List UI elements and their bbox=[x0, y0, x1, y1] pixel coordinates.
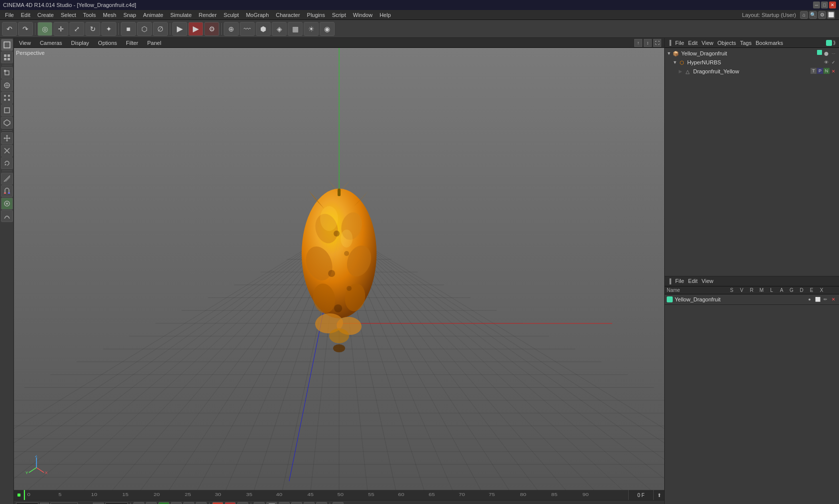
menu-mograph[interactable]: MoGraph bbox=[243, 11, 272, 19]
obj-header-bookmarks[interactable]: Bookmarks bbox=[756, 40, 783, 46]
render-btn[interactable]: ▶ bbox=[188, 22, 203, 36]
undo-btn[interactable]: ↶ bbox=[2, 22, 17, 36]
tl-expand-btn[interactable]: ⬆ bbox=[657, 493, 661, 498]
df-tag-3[interactable]: N bbox=[824, 68, 830, 74]
edge-mode-btn[interactable]: ∅ bbox=[153, 22, 168, 36]
render-view-btn[interactable]: ▶ bbox=[172, 22, 187, 36]
lt-mode2-btn[interactable] bbox=[1, 51, 13, 63]
nurbs-btn[interactable]: ⬢ bbox=[256, 22, 271, 36]
go-end-btn[interactable]: ⏭ bbox=[183, 502, 194, 504]
null-btn[interactable]: ⊕ bbox=[224, 22, 239, 36]
menu-character[interactable]: Character bbox=[273, 11, 303, 19]
lt-rotate-btn[interactable] bbox=[1, 157, 13, 169]
obj-header-tags[interactable]: Tags bbox=[740, 40, 752, 46]
live-select-btn[interactable]: ◎ bbox=[37, 22, 52, 36]
next-frame-btn[interactable]: ▶ bbox=[171, 502, 182, 504]
mat-edit-btn[interactable]: ✏ bbox=[822, 296, 829, 303]
vp-menu-view[interactable]: View bbox=[17, 40, 33, 46]
play-btn[interactable]: ▶ bbox=[158, 502, 169, 504]
menu-plugins[interactable]: Plugins bbox=[304, 11, 328, 19]
menu-window[interactable]: Window bbox=[350, 11, 376, 19]
lt-sculpt-btn[interactable] bbox=[1, 210, 13, 222]
lt-scale-btn[interactable] bbox=[1, 145, 13, 157]
layer-btn[interactable]: ⬡ bbox=[291, 502, 302, 504]
vp-menu-options[interactable]: Options bbox=[96, 40, 119, 46]
lt-knife-btn[interactable] bbox=[1, 173, 13, 185]
menu-select[interactable]: Select bbox=[58, 11, 79, 19]
menu-render[interactable]: Render bbox=[196, 11, 220, 19]
lt-edges-btn[interactable] bbox=[1, 104, 13, 116]
scale-btn[interactable]: ⤢ bbox=[69, 22, 84, 36]
tree-row-df-yellow[interactable]: ▶ △ Dragonfruit_Yellow T P N ✕ bbox=[666, 67, 838, 76]
tree-arrow-hypernurbs[interactable]: ▼ bbox=[673, 60, 678, 65]
poly-mode-btn[interactable]: ⬡ bbox=[137, 22, 152, 36]
vp-menu-filter[interactable]: Filter bbox=[124, 40, 140, 46]
question-btn[interactable]: ? bbox=[237, 502, 248, 504]
deformer-btn[interactable]: ◈ bbox=[272, 22, 287, 36]
scene-btn[interactable]: ◉ bbox=[320, 22, 335, 36]
vp-ctrl-2[interactable]: ↕ bbox=[644, 39, 652, 47]
go-start-btn[interactable]: ⏮ bbox=[133, 502, 144, 504]
obj-render-icon[interactable]: ✓ bbox=[830, 59, 837, 66]
obj-expand-dots[interactable]: ⋯ bbox=[830, 50, 837, 57]
layout-search-btn[interactable]: 🔍 bbox=[809, 11, 817, 19]
redo-btn[interactable]: ↷ bbox=[18, 22, 33, 36]
obj-header-objects[interactable]: Objects bbox=[717, 40, 736, 46]
obj-color-swatch[interactable] bbox=[817, 50, 822, 55]
df-tag-1[interactable]: T bbox=[811, 68, 817, 74]
obj-visible-icon[interactable]: 👁 bbox=[823, 59, 830, 66]
vp-menu-panel[interactable]: Panel bbox=[145, 40, 163, 46]
maximize-button[interactable]: □ bbox=[821, 1, 828, 8]
layout-home-btn[interactable]: ⌂ bbox=[800, 11, 808, 19]
menu-edit[interactable]: Edit bbox=[18, 11, 33, 19]
attr-header-view[interactable]: View bbox=[702, 278, 714, 284]
render-settings-btn[interactable]: ⚙ bbox=[204, 22, 219, 36]
menu-create[interactable]: Create bbox=[34, 11, 57, 19]
obj-expand-btn[interactable]: ⟫ bbox=[833, 40, 836, 46]
close-button[interactable]: ✕ bbox=[829, 1, 836, 8]
layout-expand-btn[interactable]: ⬜ bbox=[827, 11, 835, 19]
tree-arrow-dragonfruit[interactable]: ▼ bbox=[667, 51, 672, 56]
attr-header-edit[interactable]: Edit bbox=[688, 278, 698, 284]
stop-btn[interactable]: ■ bbox=[225, 502, 236, 504]
material-row[interactable]: Yellow_Dragonfruit ● ⬜ ✏ ✕ bbox=[665, 294, 839, 305]
lt-selection-btn[interactable] bbox=[1, 39, 13, 51]
obj-header-edit[interactable]: Edit bbox=[688, 40, 698, 46]
menu-animate[interactable]: Animate bbox=[140, 11, 166, 19]
menu-help[interactable]: Help bbox=[377, 11, 394, 19]
mat-del-btn[interactable]: ✕ bbox=[830, 296, 837, 303]
motion-btn[interactable]: ⬜ bbox=[266, 502, 277, 504]
lt-paint-btn[interactable] bbox=[1, 198, 13, 210]
anim-settings-btn[interactable]: ⊞ bbox=[316, 502, 327, 504]
obj-header-view[interactable]: View bbox=[702, 40, 714, 46]
lt-points-btn[interactable] bbox=[1, 92, 13, 104]
vp-menu-cameras[interactable]: Cameras bbox=[38, 40, 64, 46]
timeline-track[interactable]: 0 5 10 15 20 25 30 35 40 45 50 bbox=[24, 490, 628, 500]
vp-ctrl-1[interactable]: ↑ bbox=[634, 39, 642, 47]
lt-texture-btn[interactable] bbox=[1, 79, 13, 91]
layout-gear-btn[interactable]: ⚙ bbox=[818, 11, 826, 19]
record-btn[interactable]: ● bbox=[212, 502, 223, 504]
menu-sculpt[interactable]: Sculpt bbox=[221, 11, 242, 19]
transform-btn[interactable]: ✦ bbox=[101, 22, 116, 36]
prev-frame-btn[interactable]: ◀ bbox=[146, 502, 157, 504]
camera-btn[interactable]: ▦ bbox=[288, 22, 303, 36]
attr-header-file[interactable]: File bbox=[675, 278, 684, 284]
keyframe-btn[interactable]: ⊞ bbox=[254, 502, 265, 504]
spline-btn[interactable]: 〰 bbox=[240, 22, 255, 36]
vp-ctrl-3[interactable]: ⛶ bbox=[653, 39, 661, 47]
motion-clip-btn[interactable]: ◔ bbox=[304, 502, 315, 504]
light-btn[interactable]: ☀ bbox=[304, 22, 319, 36]
tree-row-hypernurbs[interactable]: ▼ ⬡ HyperNURBS 👁 ✓ bbox=[666, 58, 838, 67]
lt-polys-btn[interactable] bbox=[1, 117, 13, 129]
rotate-btn[interactable]: ↻ bbox=[85, 22, 100, 36]
camera-anim-btn[interactable]: ◯ bbox=[279, 502, 290, 504]
vp-menu-display[interactable]: Display bbox=[69, 40, 91, 46]
object-mode-btn[interactable]: ■ bbox=[121, 22, 136, 36]
menu-simulate[interactable]: Simulate bbox=[167, 11, 195, 19]
menu-tools[interactable]: Tools bbox=[80, 11, 99, 19]
go-last-key-btn[interactable]: ⏭ bbox=[196, 502, 207, 504]
lt-model-btn[interactable] bbox=[1, 67, 13, 79]
timeline[interactable]: 0 5 10 15 20 25 30 35 40 45 50 bbox=[14, 490, 664, 500]
df-x-btn[interactable]: ✕ bbox=[830, 68, 837, 75]
